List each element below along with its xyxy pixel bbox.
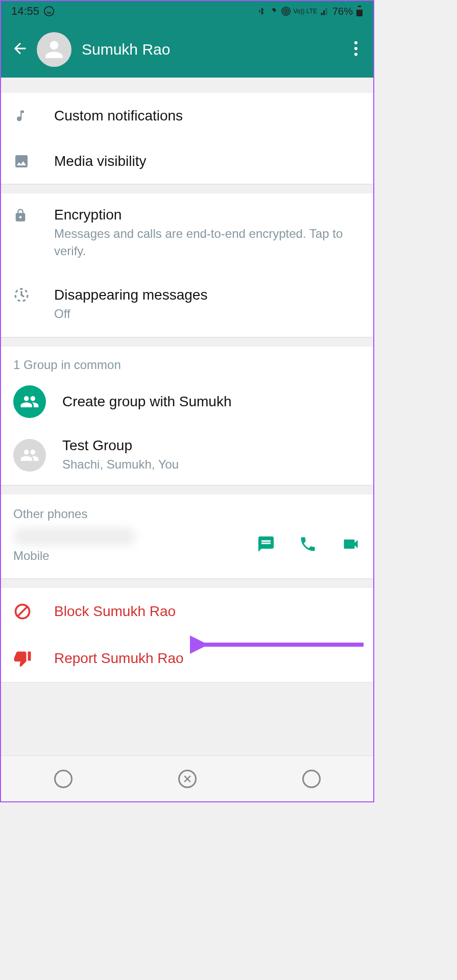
block-icon — [13, 602, 32, 621]
group-item[interactable]: Test Group Shachi, Sumukh, You — [1, 426, 373, 485]
timer-icon — [13, 287, 30, 303]
svg-point-0 — [44, 7, 54, 16]
svg-rect-6 — [356, 7, 363, 10]
people-icon — [20, 392, 39, 411]
hotspot-icon — [281, 7, 291, 16]
phone-number-redacted — [13, 527, 136, 546]
phone-type: Mobile — [13, 549, 257, 563]
contact-avatar[interactable] — [37, 32, 71, 67]
app-bar: Sumukh Rao — [1, 21, 373, 78]
disappearing-title: Disappearing messages — [54, 287, 361, 303]
encryption-item[interactable]: Encryption Messages and calls are end-to… — [1, 193, 373, 274]
phone-icon — [299, 535, 317, 553]
nav-bar — [1, 755, 373, 801]
back-button[interactable] — [11, 40, 29, 59]
danger-section: Block Sumukh Rao Report Sumukh Rao — [1, 588, 373, 682]
message-button[interactable] — [257, 535, 275, 555]
svg-point-8 — [354, 47, 357, 50]
battery-icon — [356, 6, 363, 17]
people-icon — [20, 446, 39, 465]
image-icon — [13, 153, 30, 169]
svg-rect-4 — [358, 6, 361, 7]
nav-recents-button[interactable] — [54, 770, 73, 788]
block-item[interactable]: Block Sumukh Rao — [1, 588, 373, 635]
chat-icon — [257, 535, 275, 553]
group-members: Shachi, Sumukh, You — [62, 456, 361, 473]
svg-point-7 — [354, 41, 357, 44]
vibrate-icon — [269, 7, 278, 16]
more-options-button[interactable] — [349, 36, 363, 63]
group-name: Test Group — [62, 437, 361, 454]
bluetooth-icon — [257, 7, 266, 16]
svg-line-12 — [18, 607, 27, 616]
battery-percent: 76% — [332, 6, 353, 17]
custom-notifications-label: Custom notifications — [54, 108, 361, 124]
videocam-icon — [341, 535, 361, 553]
report-label: Report Sumukh Rao — [54, 650, 184, 667]
custom-notifications-item[interactable]: Custom notifications — [1, 93, 373, 139]
lte-indicator: Vo)) LTE — [294, 8, 317, 14]
person-icon — [41, 37, 67, 62]
media-visibility-item[interactable]: Media visibility — [1, 139, 373, 184]
status-indicators: Vo)) LTE 76% — [257, 6, 364, 17]
disappearing-value: Off — [54, 305, 361, 323]
close-x-icon — [182, 774, 193, 784]
nav-home-button[interactable] — [178, 770, 197, 788]
nav-back-button[interactable] — [302, 770, 321, 788]
report-item[interactable]: Report Sumukh Rao — [1, 635, 373, 682]
status-time: 14:55 — [11, 5, 39, 18]
security-section: Encryption Messages and calls are end-to… — [1, 193, 373, 337]
phones-header: Other phones — [13, 507, 361, 521]
music-note-icon — [13, 107, 28, 125]
block-label: Block Sumukh Rao — [54, 603, 176, 620]
svg-point-2 — [283, 9, 288, 14]
svg-point-1 — [284, 10, 287, 13]
create-group-item[interactable]: Create group with Sumukh — [1, 377, 373, 426]
thumbs-down-icon — [13, 649, 32, 668]
encryption-title: Encryption — [54, 207, 361, 223]
contact-name[interactable]: Sumukh Rao — [82, 41, 349, 58]
encryption-subtitle: Messages and calls are end-to-end encryp… — [54, 225, 361, 259]
groups-section: 1 Group in common Create group with Sumu… — [1, 347, 373, 486]
disappearing-messages-item[interactable]: Disappearing messages Off — [1, 274, 373, 337]
svg-point-9 — [354, 53, 357, 56]
signal-icon — [320, 7, 329, 16]
groups-header: 1 Group in common — [1, 347, 373, 377]
more-vert-icon — [354, 41, 358, 56]
call-button[interactable] — [299, 535, 317, 555]
phones-section: Other phones Mobile — [1, 495, 373, 579]
video-call-button[interactable] — [341, 535, 361, 555]
create-group-label: Create group with Sumukh — [62, 394, 361, 410]
arrow-back-icon — [11, 40, 29, 57]
whatsapp-icon — [43, 6, 55, 17]
media-visibility-label: Media visibility — [54, 153, 361, 169]
status-bar: 14:55 Vo)) LTE 76% — [1, 1, 373, 21]
notification-section: Custom notifications Media visibility — [1, 93, 373, 184]
lock-icon — [13, 207, 28, 224]
